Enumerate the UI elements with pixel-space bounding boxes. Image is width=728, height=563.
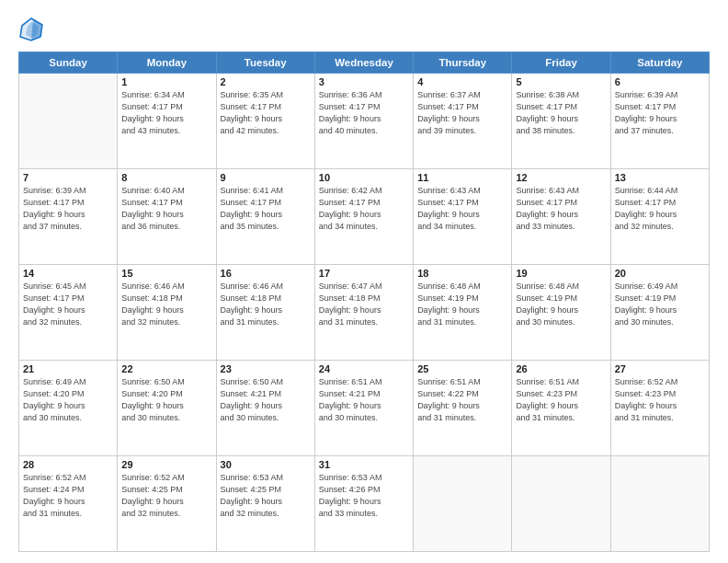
calendar-cell: 17Sunrise: 6:47 AM Sunset: 4:18 PM Dayli…: [314, 265, 413, 361]
day-number: 8: [121, 172, 211, 183]
cell-info: Sunrise: 6:39 AM Sunset: 4:17 PM Dayligh…: [615, 89, 705, 137]
cell-info: Sunrise: 6:38 AM Sunset: 4:17 PM Dayligh…: [516, 89, 606, 137]
calendar-week-4: 28Sunrise: 6:52 AM Sunset: 4:24 PM Dayli…: [19, 456, 710, 552]
calendar-cell: 1Sunrise: 6:34 AM Sunset: 4:17 PM Daylig…: [118, 74, 216, 169]
calendar-cell: 9Sunrise: 6:41 AM Sunset: 4:17 PM Daylig…: [216, 169, 314, 265]
calendar-cell: 8Sunrise: 6:40 AM Sunset: 4:17 PM Daylig…: [118, 169, 216, 265]
weekday-wednesday: Wednesday: [314, 52, 413, 74]
calendar-cell: 21Sunrise: 6:49 AM Sunset: 4:20 PM Dayli…: [19, 361, 118, 456]
calendar-cell: 12Sunrise: 6:43 AM Sunset: 4:17 PM Dayli…: [512, 169, 610, 265]
day-number: 20: [615, 268, 705, 279]
page: SundayMondayTuesdayWednesdayThursdayFrid…: [0, 0, 728, 563]
calendar-cell: 20Sunrise: 6:49 AM Sunset: 4:19 PM Dayli…: [610, 265, 709, 361]
cell-info: Sunrise: 6:51 AM Sunset: 4:21 PM Dayligh…: [319, 376, 409, 424]
day-number: 19: [516, 268, 606, 279]
cell-info: Sunrise: 6:53 AM Sunset: 4:26 PM Dayligh…: [319, 472, 409, 520]
calendar-week-2: 14Sunrise: 6:45 AM Sunset: 4:17 PM Dayli…: [19, 265, 710, 361]
calendar-cell: 15Sunrise: 6:46 AM Sunset: 4:18 PM Dayli…: [118, 265, 216, 361]
cell-info: Sunrise: 6:37 AM Sunset: 4:17 PM Dayligh…: [417, 89, 507, 137]
calendar-week-1: 7Sunrise: 6:39 AM Sunset: 4:17 PM Daylig…: [19, 169, 710, 265]
day-number: 29: [121, 459, 211, 470]
cell-info: Sunrise: 6:36 AM Sunset: 4:17 PM Dayligh…: [319, 89, 409, 137]
day-number: 25: [417, 363, 507, 374]
calendar-cell: 30Sunrise: 6:53 AM Sunset: 4:25 PM Dayli…: [216, 456, 314, 552]
weekday-saturday: Saturday: [610, 52, 709, 74]
cell-info: Sunrise: 6:41 AM Sunset: 4:17 PM Dayligh…: [221, 185, 311, 233]
cell-info: Sunrise: 6:51 AM Sunset: 4:23 PM Dayligh…: [516, 376, 606, 424]
weekday-sunday: Sunday: [19, 52, 118, 74]
cell-info: Sunrise: 6:49 AM Sunset: 4:19 PM Dayligh…: [615, 281, 705, 328]
cell-info: Sunrise: 6:42 AM Sunset: 4:17 PM Dayligh…: [319, 185, 409, 233]
weekday-tuesday: Tuesday: [216, 52, 314, 74]
logo-icon: [18, 17, 44, 42]
calendar-cell: 3Sunrise: 6:36 AM Sunset: 4:17 PM Daylig…: [314, 74, 413, 169]
calendar-cell: 10Sunrise: 6:42 AM Sunset: 4:17 PM Dayli…: [314, 169, 413, 265]
cell-info: Sunrise: 6:52 AM Sunset: 4:23 PM Dayligh…: [615, 376, 705, 424]
day-number: 1: [121, 76, 211, 87]
calendar-cell: 28Sunrise: 6:52 AM Sunset: 4:24 PM Dayli…: [19, 456, 118, 552]
calendar-cell: 14Sunrise: 6:45 AM Sunset: 4:17 PM Dayli…: [19, 265, 118, 361]
cell-info: Sunrise: 6:52 AM Sunset: 4:24 PM Dayligh…: [23, 472, 113, 520]
weekday-friday: Friday: [512, 52, 610, 74]
day-number: 27: [615, 363, 705, 374]
day-number: 5: [516, 76, 606, 87]
cell-info: Sunrise: 6:44 AM Sunset: 4:17 PM Dayligh…: [615, 185, 705, 233]
calendar-cell: 2Sunrise: 6:35 AM Sunset: 4:17 PM Daylig…: [216, 74, 314, 169]
day-number: 15: [121, 268, 211, 279]
calendar-cell: 27Sunrise: 6:52 AM Sunset: 4:23 PM Dayli…: [610, 361, 709, 456]
calendar-cell: 24Sunrise: 6:51 AM Sunset: 4:21 PM Dayli…: [314, 361, 413, 456]
calendar-cell: 18Sunrise: 6:48 AM Sunset: 4:19 PM Dayli…: [414, 265, 512, 361]
cell-info: Sunrise: 6:47 AM Sunset: 4:18 PM Dayligh…: [319, 281, 409, 328]
day-number: 4: [417, 76, 507, 87]
day-number: 22: [121, 363, 211, 374]
day-number: 12: [516, 172, 606, 183]
day-number: 10: [319, 172, 409, 183]
calendar-cell: 26Sunrise: 6:51 AM Sunset: 4:23 PM Dayli…: [512, 361, 610, 456]
cell-info: Sunrise: 6:50 AM Sunset: 4:20 PM Dayligh…: [121, 376, 211, 424]
calendar-cell: 31Sunrise: 6:53 AM Sunset: 4:26 PM Dayli…: [314, 456, 413, 552]
weekday-thursday: Thursday: [414, 52, 512, 74]
cell-info: Sunrise: 6:43 AM Sunset: 4:17 PM Dayligh…: [417, 185, 507, 233]
header: [18, 17, 710, 42]
logo: [18, 17, 48, 42]
weekday-monday: Monday: [118, 52, 216, 74]
cell-info: Sunrise: 6:52 AM Sunset: 4:25 PM Dayligh…: [121, 472, 211, 520]
day-number: 7: [23, 172, 113, 183]
day-number: 31: [319, 459, 409, 470]
day-number: 11: [417, 172, 507, 183]
calendar-cell: 16Sunrise: 6:46 AM Sunset: 4:18 PM Dayli…: [216, 265, 314, 361]
day-number: 13: [615, 172, 705, 183]
calendar-cell: [610, 456, 709, 552]
cell-info: Sunrise: 6:46 AM Sunset: 4:18 PM Dayligh…: [221, 281, 311, 328]
cell-info: Sunrise: 6:39 AM Sunset: 4:17 PM Dayligh…: [23, 185, 113, 233]
day-number: 14: [23, 268, 113, 279]
cell-info: Sunrise: 6:46 AM Sunset: 4:18 PM Dayligh…: [121, 281, 211, 328]
calendar-cell: 25Sunrise: 6:51 AM Sunset: 4:22 PM Dayli…: [414, 361, 512, 456]
calendar-cell: [19, 74, 118, 169]
cell-info: Sunrise: 6:35 AM Sunset: 4:17 PM Dayligh…: [221, 89, 311, 137]
calendar-week-0: 1Sunrise: 6:34 AM Sunset: 4:17 PM Daylig…: [19, 74, 710, 169]
cell-info: Sunrise: 6:51 AM Sunset: 4:22 PM Dayligh…: [417, 376, 507, 424]
day-number: 26: [516, 363, 606, 374]
cell-info: Sunrise: 6:49 AM Sunset: 4:20 PM Dayligh…: [23, 376, 113, 424]
calendar-cell: 22Sunrise: 6:50 AM Sunset: 4:20 PM Dayli…: [118, 361, 216, 456]
calendar-cell: [414, 456, 512, 552]
cell-info: Sunrise: 6:48 AM Sunset: 4:19 PM Dayligh…: [516, 281, 606, 328]
day-number: 23: [221, 363, 311, 374]
day-number: 17: [319, 268, 409, 279]
calendar-cell: 29Sunrise: 6:52 AM Sunset: 4:25 PM Dayli…: [118, 456, 216, 552]
weekday-header-row: SundayMondayTuesdayWednesdayThursdayFrid…: [19, 52, 710, 74]
cell-info: Sunrise: 6:50 AM Sunset: 4:21 PM Dayligh…: [221, 376, 311, 424]
day-number: 30: [221, 459, 311, 470]
calendar-week-3: 21Sunrise: 6:49 AM Sunset: 4:20 PM Dayli…: [19, 361, 710, 456]
cell-info: Sunrise: 6:45 AM Sunset: 4:17 PM Dayligh…: [23, 281, 113, 328]
cell-info: Sunrise: 6:40 AM Sunset: 4:17 PM Dayligh…: [121, 185, 211, 233]
calendar-cell: 23Sunrise: 6:50 AM Sunset: 4:21 PM Dayli…: [216, 361, 314, 456]
day-number: 18: [417, 268, 507, 279]
cell-info: Sunrise: 6:53 AM Sunset: 4:25 PM Dayligh…: [221, 472, 311, 520]
day-number: 2: [221, 76, 311, 87]
day-number: 3: [319, 76, 409, 87]
calendar-cell: 13Sunrise: 6:44 AM Sunset: 4:17 PM Dayli…: [610, 169, 709, 265]
day-number: 21: [23, 363, 113, 374]
day-number: 28: [23, 459, 113, 470]
